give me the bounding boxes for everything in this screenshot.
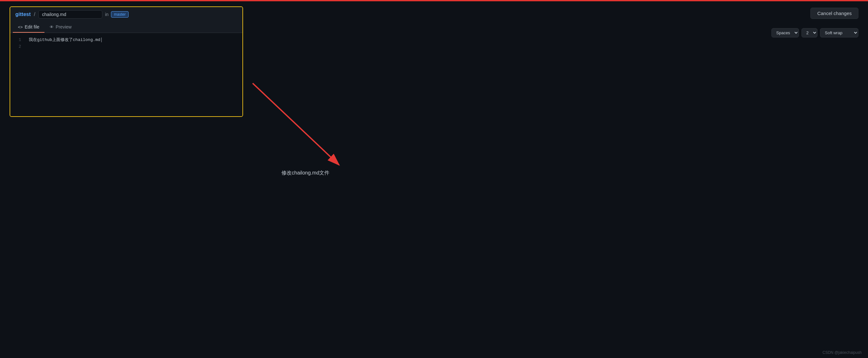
svg-line-1 bbox=[253, 83, 339, 165]
top-right-controls: Cancel changes bbox=[810, 8, 859, 19]
line-numbers: 1 2 bbox=[10, 33, 26, 116]
edit-file-icon: <> bbox=[18, 25, 23, 29]
slash-separator: / bbox=[34, 11, 35, 17]
annotation-text: 修改chailong.md文件 bbox=[281, 170, 330, 176]
tab-edit[interactable]: <> Edit file bbox=[13, 22, 44, 33]
editor-header: gittest / in master bbox=[10, 7, 242, 22]
indent-type-select[interactable]: Spaces Tabs bbox=[771, 28, 799, 37]
filename-input[interactable] bbox=[38, 10, 102, 19]
tab-preview-label: Preview bbox=[56, 24, 72, 29]
cancel-changes-button[interactable]: Cancel changes bbox=[810, 8, 859, 19]
footer-text: CSDN @jakiechaipush bbox=[823, 350, 862, 355]
repo-link[interactable]: gittest bbox=[16, 11, 31, 17]
indent-size-select[interactable]: 2 4 8 bbox=[802, 28, 817, 37]
branch-badge: master bbox=[111, 11, 129, 18]
in-label: in bbox=[105, 12, 108, 17]
preview-icon: 👁 bbox=[50, 25, 54, 29]
arrow-svg bbox=[249, 77, 352, 176]
line-number-1: 1 bbox=[16, 37, 21, 44]
soft-wrap-select[interactable]: Soft wrap No wrap bbox=[820, 28, 859, 37]
annotation-area: 修改chailong.md文件 bbox=[249, 77, 352, 177]
toolbar-row: Spaces Tabs 2 4 8 Soft wrap No wrap bbox=[771, 28, 859, 37]
tab-edit-label: Edit file bbox=[25, 24, 39, 29]
code-content[interactable]: 我在github上面修改了chailong.md│ bbox=[26, 33, 242, 116]
editor-area[interactable]: 1 2 我在github上面修改了chailong.md│ bbox=[10, 33, 242, 116]
tabs-bar: <> Edit file 👁 Preview bbox=[10, 22, 242, 33]
footer: CSDN @jakiechaipush bbox=[823, 350, 862, 355]
line-number-2: 2 bbox=[16, 44, 21, 50]
tab-preview[interactable]: 👁 Preview bbox=[44, 22, 77, 33]
editor-container: gittest / in master <> Edit file 👁 Previ… bbox=[9, 6, 243, 117]
